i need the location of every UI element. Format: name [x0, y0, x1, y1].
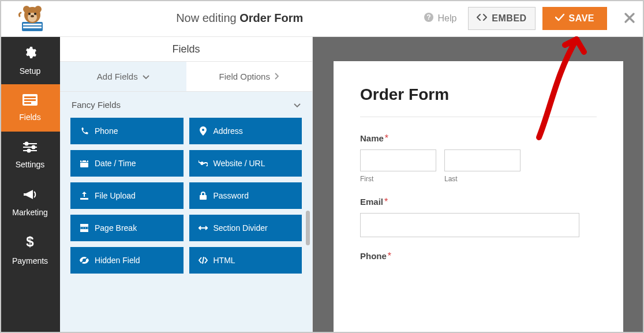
field-label: File Upload: [95, 191, 136, 200]
panel-tabs: Add Fields Field Options: [60, 62, 312, 92]
chevron-down-icon: [143, 72, 149, 81]
first-name-input[interactable]: [360, 149, 436, 171]
chevron-down-icon: [294, 100, 301, 110]
app-logo: [9, 0, 55, 37]
sidebar-item-fields[interactable]: Fields: [0, 84, 60, 132]
megaphone-icon: [23, 188, 38, 204]
left-sidebar: Setup Fields Settings Marketing $ Paymen…: [0, 37, 60, 333]
preview-canvas: Order Form Name* First Last Email*: [334, 61, 623, 333]
sidebar-item-payments[interactable]: $ Payments: [0, 226, 60, 274]
svg-rect-32: [80, 229, 88, 232]
email-input[interactable]: [360, 213, 579, 237]
svg-point-21: [28, 149, 31, 152]
top-header: Now editing Order Form ? Help EMBED SAVE: [0, 0, 644, 37]
help-icon: ?: [424, 12, 434, 25]
panel-header: Fields: [60, 37, 312, 62]
svg-rect-15: [24, 102, 31, 104]
svg-point-5: [35, 6, 42, 13]
field-label: Hidden Field: [95, 256, 140, 265]
sidebar-label: Payments: [12, 256, 48, 265]
name-first-col: First: [360, 149, 436, 183]
field-label: Website / URL: [214, 159, 265, 168]
preview-panel: Order Form Name* First Last Email*: [313, 37, 644, 333]
svg-point-20: [32, 146, 35, 149]
field-phone[interactable]: Phone: [70, 118, 184, 144]
eye-off-icon: [80, 257, 89, 264]
calendar-icon: [80, 159, 89, 167]
field-grid: Phone Address Date / Time Website / URL …: [60, 118, 312, 284]
form-field-email: Email*: [360, 197, 597, 237]
last-name-input[interactable]: [444, 149, 521, 171]
sidebar-label: Setup: [20, 66, 41, 76]
sidebar-label: Marketing: [12, 208, 47, 217]
form-field-phone: Phone*: [360, 251, 597, 261]
tab-label: Add Fields: [97, 72, 138, 81]
svg-rect-13: [24, 96, 36, 98]
phone-icon: [80, 127, 89, 135]
lock-icon: [199, 192, 208, 200]
tab-field-options[interactable]: Field Options: [186, 62, 313, 91]
sidebar-item-marketing[interactable]: Marketing: [0, 179, 60, 226]
svg-rect-1: [23, 24, 42, 25]
field-upload[interactable]: File Upload: [70, 182, 184, 209]
save-label: SAVE: [569, 13, 594, 24]
tab-label: Field Options: [219, 72, 270, 81]
field-password[interactable]: Password: [189, 182, 302, 209]
upload-icon: [80, 192, 89, 200]
link-icon: [199, 160, 208, 166]
field-label: Password: [214, 191, 249, 200]
save-button[interactable]: SAVE: [542, 7, 607, 30]
editing-prefix: Now editing: [176, 12, 239, 24]
header-actions: ? Help EMBED SAVE: [424, 7, 635, 30]
name-last-col: Last: [444, 149, 521, 183]
email-label: Email: [360, 197, 383, 207]
sidebar-item-setup[interactable]: Setup: [0, 37, 60, 84]
form-icon: [23, 94, 38, 109]
required-marker: *: [385, 133, 388, 143]
fields-panel: Fields Add Fields Field Options Fancy Fi…: [60, 37, 313, 333]
close-button[interactable]: [624, 9, 635, 27]
form-title: Order Form: [360, 85, 597, 117]
field-label: HTML: [214, 256, 235, 265]
svg-rect-14: [24, 99, 36, 101]
svg-text:$: $: [26, 234, 34, 249]
required-marker: *: [388, 251, 391, 261]
dollar-icon: $: [25, 234, 35, 253]
divider-icon: [199, 225, 208, 231]
field-datetime[interactable]: Date / Time: [70, 150, 184, 177]
field-address[interactable]: Address: [189, 118, 302, 144]
field-label: Phone: [95, 126, 118, 136]
code-icon: [477, 13, 487, 24]
sidebar-label: Fields: [19, 113, 40, 122]
svg-point-7: [28, 13, 31, 15]
svg-text:?: ?: [427, 13, 431, 21]
svg-rect-24: [81, 159, 83, 162]
section-header-fancy[interactable]: Fancy Fields: [60, 92, 312, 118]
first-sublabel: First: [360, 175, 436, 183]
field-website[interactable]: Website / URL: [189, 150, 302, 177]
embed-label: EMBED: [492, 13, 526, 24]
main-area: Setup Fields Settings Marketing $ Paymen…: [0, 37, 644, 333]
help-link[interactable]: ? Help: [424, 12, 456, 25]
field-pagebreak[interactable]: Page Break: [70, 215, 184, 241]
tab-add-fields[interactable]: Add Fields: [60, 62, 186, 91]
embed-button[interactable]: EMBED: [468, 7, 535, 30]
last-sublabel: Last: [444, 175, 521, 183]
field-section: Fancy Fields Phone Address Date / Time W…: [60, 92, 312, 333]
section-title: Fancy Fields: [72, 100, 121, 110]
chevron-right-icon: [275, 72, 279, 81]
required-marker: *: [384, 197, 388, 207]
field-html[interactable]: HTML: [189, 247, 302, 274]
field-hidden[interactable]: Hidden Field: [70, 247, 184, 274]
check-icon: [555, 13, 564, 24]
phone-label: Phone: [360, 251, 387, 261]
field-divider[interactable]: Section Divider: [189, 215, 302, 241]
sidebar-label: Settings: [16, 160, 45, 169]
sidebar-item-settings[interactable]: Settings: [0, 132, 60, 179]
scrollbar-thumb[interactable]: [306, 211, 310, 245]
name-row: First Last: [360, 149, 597, 183]
svg-point-19: [25, 143, 28, 145]
close-icon: [624, 13, 635, 23]
svg-point-8: [34, 13, 36, 15]
svg-rect-26: [80, 162, 88, 163]
